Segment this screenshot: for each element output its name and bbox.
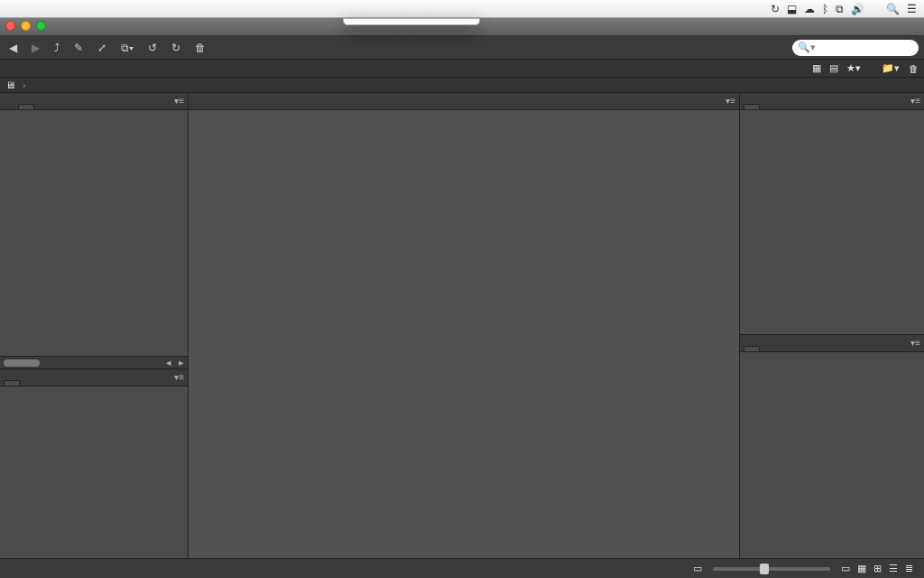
panel-menu-icon[interactable]: ▾≡ [174,372,184,382]
left-column: ▾≡ ◂▸ ▾≡ [0,93,189,558]
tab-metadata[interactable] [744,346,760,351]
close-window-button[interactable] [5,21,15,31]
tab-collections[interactable] [20,381,34,386]
options-bar: ▦ ▤ ★▾ 📁▾ 🗑 [0,60,924,78]
rotate-cw-icon[interactable]: ↻ [168,40,184,56]
view-mode-icons[interactable]: ▦ ▤ ★▾ [809,62,864,74]
sync-icon[interactable]: ↻ [771,3,780,15]
dropbox-icon[interactable]: ⬓ [787,3,797,15]
open-icon[interactable]: ⧉▾ [117,40,137,56]
preview-panel-tabs: ▾≡ [740,93,924,110]
view-grid-icon[interactable]: ⊞ [870,563,885,574]
spotlight-icon[interactable]: 🔍 [886,3,900,15]
search-icon: 🔍▾ [798,42,816,53]
folders-panel-tabs: ▾≡ [0,93,188,110]
zoom-in-icon[interactable]: ▭ [837,563,854,574]
metadata-panel: ▾≡ [740,334,924,559]
mac-menubar: ↻ ⬓ ☁ ᛒ ⧉ 🔊 🔍 ☰ [0,0,924,18]
reveal-icon[interactable]: ⤴ [51,40,63,56]
grid-view-icon[interactable]: ▦ [809,62,824,73]
cloud-icon[interactable]: ☁ [804,3,815,15]
thumb-view-icon[interactable]: ▤ [827,62,841,73]
view-details-icon[interactable]: ☰ [885,563,901,574]
star-filter-icon[interactable]: ★▾ [844,62,864,73]
camera-icon[interactable]: ✎ [70,40,87,56]
right-column: ▾≡ ▾≡ [739,93,924,558]
panel-menu-icon[interactable]: ▾≡ [174,96,184,106]
menubar-right: ↻ ⬓ ☁ ᛒ ⧉ 🔊 🔍 ☰ [771,3,917,15]
scrollbar-thumb[interactable] [4,359,40,367]
h-scrollbar[interactable]: ◂▸ [0,356,188,368]
center-column: ▾≡ [189,93,739,558]
content-panel-header: ▾≡ [189,93,739,110]
zoom-out-icon[interactable]: ▭ [689,563,706,574]
volume-icon[interactable]: 🔊 [851,3,864,15]
trash-icon[interactable]: 🗑 [191,40,209,56]
window-menu-dropdown[interactable] [343,18,480,25]
status-bar: ▭ ▭ ▦ ⊞ ☰ ≣ [0,558,924,578]
panel-menu-icon[interactable]: ▾≡ [725,96,735,106]
slider-knob[interactable] [760,564,769,574]
path-crumb-computer[interactable]: 🖥 › [5,79,26,90]
panel-menu-icon[interactable]: ▾≡ [910,96,920,106]
computer-icon: 🖥 [5,79,15,90]
delete-icon[interactable]: 🗑 [909,63,919,74]
bluetooth-icon[interactable]: ᛒ [822,3,828,15]
folder-tree[interactable] [0,110,188,356]
filter-panel: ▾≡ [0,368,188,558]
minimize-window-button[interactable] [21,21,31,31]
content-header-label [196,104,207,109]
main-area: ▾≡ ◂▸ ▾≡ ▾≡ ▾≡ [0,93,924,558]
refine-icon[interactable]: ⤢ [94,40,110,56]
tab-folders[interactable] [18,104,34,109]
zoom-window-button[interactable] [36,21,46,31]
scroll-right-icon[interactable]: ▸ [175,357,188,368]
forward-button[interactable]: ▶ [28,40,43,56]
scroll-left-icon[interactable]: ◂ [162,357,175,368]
path-bar: 🖥 › [0,78,924,93]
chevron-right-icon: › [23,79,26,90]
tab-filter[interactable] [4,380,20,386]
new-folder-icon[interactable]: 📁▾ [882,62,900,74]
search-input[interactable]: 🔍▾ [792,40,919,56]
back-button[interactable]: ◀ [5,40,21,56]
rotate-ccw-icon[interactable]: ↺ [144,40,161,56]
panel-menu-icon[interactable]: ▾≡ [910,338,920,348]
grid-lock-icon[interactable]: ▦ [854,563,870,574]
thumbnail-size-slider[interactable] [713,567,830,571]
tab-keywords[interactable] [760,347,774,351]
menu-list-icon[interactable]: ☰ [907,3,917,15]
view-list-icon[interactable]: ≣ [901,563,917,574]
preview-body [740,110,924,334]
tab-favorites[interactable] [4,105,18,109]
filter-body[interactable] [0,387,188,558]
wifi-icon[interactable]: ⧉ [836,3,844,15]
tab-preview[interactable] [744,104,760,109]
app-toolbar: ◀ ▶ ⤴ ✎ ⤢ ⧉▾ ↺ ↻ 🗑 🔍▾ [0,36,924,60]
content-body[interactable] [189,110,739,558]
traffic-lights[interactable] [5,21,46,31]
